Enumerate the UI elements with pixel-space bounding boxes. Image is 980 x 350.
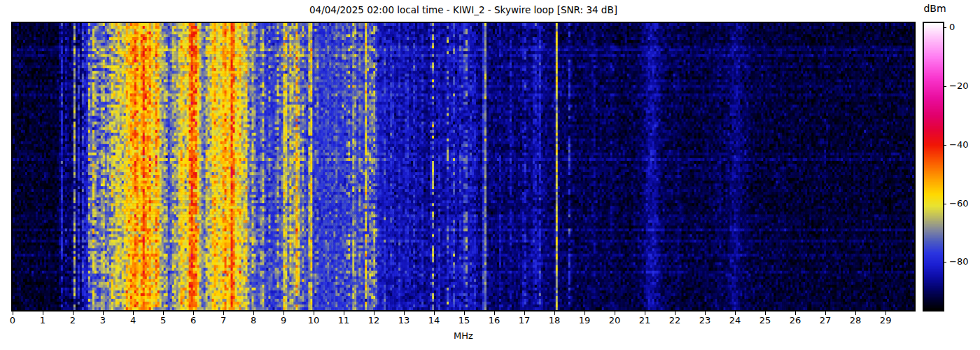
x-tick-label: 1	[31, 315, 55, 326]
x-tick-label: 5	[151, 315, 175, 326]
colorbar	[924, 23, 943, 310]
x-axis-label: MHz	[13, 330, 914, 341]
x-tick-label: 13	[392, 315, 416, 326]
x-tick-label: 3	[91, 315, 115, 326]
x-tick-label: 29	[874, 315, 897, 326]
x-tick-label: 6	[181, 315, 205, 326]
colorbar-tick-mark	[943, 86, 946, 87]
x-tick-label: 4	[121, 315, 145, 326]
x-tick-label: 23	[693, 315, 717, 326]
x-tick-label: 20	[603, 315, 626, 326]
colorbar-tick-mark	[943, 145, 946, 146]
x-tick-label: 19	[573, 315, 596, 326]
x-tick-label: 27	[813, 315, 837, 326]
x-tick-label: 9	[272, 315, 295, 326]
colorbar-tick-label: −80	[949, 256, 968, 267]
x-tick-label: 22	[663, 315, 687, 326]
x-tick-label: 2	[61, 315, 85, 326]
x-tick-label: 21	[633, 315, 657, 326]
spectrogram-figure: 04/04/2025 02:00 local time - KIWI_2 - S…	[0, 0, 980, 350]
colorbar-unit-label: dBm	[912, 3, 958, 14]
x-tick-label: 15	[452, 315, 476, 326]
x-tick-label: 25	[753, 315, 777, 326]
chart-title: 04/04/2025 02:00 local time - KIWI_2 - S…	[13, 4, 914, 15]
colorbar-tick-mark	[943, 204, 946, 204]
spectrogram-heatmap	[13, 23, 914, 310]
colorbar-tick-mark	[943, 27, 946, 28]
x-tick-label: 26	[783, 315, 807, 326]
colorbar-tick-label: −20	[949, 80, 968, 91]
x-tick-label: 14	[422, 315, 446, 326]
colorbar-border	[923, 22, 944, 312]
x-tick-label: 7	[211, 315, 235, 326]
plot-border	[11, 22, 916, 312]
x-tick-label: 18	[542, 315, 566, 326]
x-tick-label: 12	[362, 315, 386, 326]
x-tick-label: 0	[1, 315, 24, 326]
colorbar-tick-label: 0	[949, 22, 955, 32]
colorbar-tick-label: −60	[949, 198, 968, 209]
x-tick-label: 10	[302, 315, 326, 326]
colorbar-tick-label: −40	[949, 139, 968, 150]
x-tick-label: 24	[723, 315, 747, 326]
x-tick-label: 28	[844, 315, 867, 326]
x-tick-label: 16	[482, 315, 506, 326]
x-tick-label: 8	[241, 315, 265, 326]
x-tick-label: 17	[512, 315, 536, 326]
colorbar-tick-mark	[943, 262, 946, 262]
x-tick-label: 11	[332, 315, 356, 326]
